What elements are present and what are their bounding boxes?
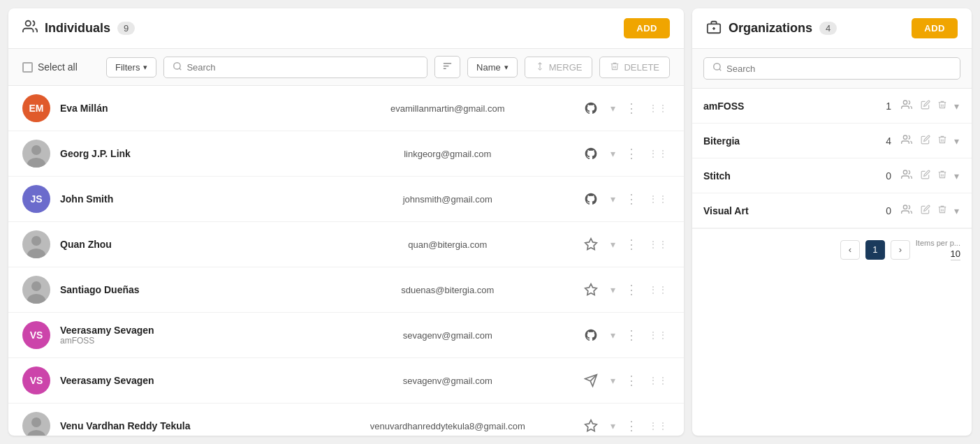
org-delete-button[interactable]	[936, 133, 949, 148]
individual-info: Santiago Dueñas	[60, 284, 312, 295]
drag-handle-button[interactable]: ⋮⋮	[646, 327, 670, 343]
organizations-panel: Organizations 4 ADD amFOSS 1	[692, 8, 972, 436]
individuals-title: Individuals	[45, 21, 110, 36]
prev-page-button[interactable]: ‹	[840, 240, 860, 260]
org-members-icon	[901, 99, 912, 113]
drag-handle-button[interactable]: ⋮⋮	[646, 191, 670, 207]
svg-point-8	[31, 236, 41, 246]
row-actions: ▾ ⋮ ⋮⋮	[608, 189, 670, 209]
expand-button[interactable]: ▾	[608, 327, 617, 343]
individual-info: Venu Vardhan Reddy Tekula	[60, 420, 312, 431]
individuals-header: Individuals 9 ADD	[8, 8, 684, 49]
page-1-button[interactable]: 1	[865, 240, 885, 260]
merge-button[interactable]: MERGE	[525, 57, 593, 78]
org-edit-button[interactable]	[919, 203, 932, 218]
select-all-label: Select all	[38, 61, 78, 73]
individual-name: Quan Zhou	[60, 239, 312, 250]
avatar: JS	[22, 185, 50, 213]
org-expand-button[interactable]: ▾	[953, 99, 960, 113]
more-options-button[interactable]: ⋮	[623, 144, 641, 163]
organizations-count: 4	[819, 22, 837, 35]
individual-info: Veerasamy Sevagen	[60, 375, 312, 386]
expand-button[interactable]: ▾	[608, 373, 617, 388]
name-sort-select[interactable]: Name ▾	[467, 57, 518, 77]
org-actions: ▾	[919, 98, 960, 113]
org-count: 0	[886, 205, 891, 216]
org-search-input[interactable]	[726, 64, 951, 74]
expand-button[interactable]: ▾	[608, 146, 617, 161]
org-edit-button[interactable]	[919, 133, 932, 148]
individual-row: Venu Vardhan Reddy Tekula venuvardhanred…	[8, 404, 684, 436]
org-expand-button[interactable]: ▾	[953, 204, 960, 218]
org-list: amFOSS 1 ▾ Bitergia 4	[692, 89, 972, 228]
org-edit-button[interactable]	[919, 168, 932, 183]
org-expand-button[interactable]: ▾	[953, 169, 960, 183]
individuals-panel: Individuals 9 ADD Select all Filters ▾	[8, 8, 684, 436]
merge-icon	[535, 61, 545, 73]
org-edit-button[interactable]	[919, 98, 932, 113]
organizations-add-button[interactable]: ADD	[912, 18, 958, 38]
individuals-add-button[interactable]: ADD	[624, 18, 670, 38]
individual-email: venuvardhanreddytekula8@gmail.com	[322, 421, 574, 431]
avatar: EM	[22, 94, 50, 122]
svg-marker-13	[585, 284, 597, 295]
source-icon	[583, 418, 599, 434]
individual-row: Georg J.P. Link linkgeorg@gmail.com ▾ ⋮ …	[8, 131, 684, 177]
expand-button[interactable]: ▾	[608, 418, 617, 434]
drag-handle-button[interactable]: ⋮⋮	[646, 418, 670, 434]
org-delete-button[interactable]	[936, 203, 949, 218]
filters-button[interactable]: Filters ▾	[106, 57, 156, 77]
delete-button[interactable]: DELETE	[599, 57, 670, 78]
org-delete-button[interactable]	[936, 168, 949, 183]
more-options-button[interactable]: ⋮	[623, 98, 641, 118]
org-actions: ▾	[919, 133, 960, 148]
drag-handle-button[interactable]: ⋮⋮	[646, 237, 670, 252]
more-options-button[interactable]: ⋮	[623, 280, 641, 299]
individuals-list: EM Eva Millán evamillanmartin@gmail.com …	[8, 86, 684, 436]
svg-point-7	[27, 158, 45, 168]
org-name: Stitch	[703, 170, 879, 182]
source-icon	[583, 191, 599, 207]
individuals-count: 9	[117, 22, 135, 35]
drag-handle-button[interactable]: ⋮⋮	[646, 373, 670, 388]
individual-info: Quan Zhou	[60, 239, 312, 250]
org-search-bar	[692, 49, 972, 89]
sort-button[interactable]	[434, 56, 460, 78]
org-search-icon	[712, 62, 722, 75]
org-members-icon	[901, 134, 912, 148]
more-options-button[interactable]: ⋮	[623, 371, 641, 390]
individuals-search-input[interactable]	[187, 62, 418, 73]
svg-marker-16	[585, 420, 597, 431]
org-name: amFOSS	[703, 101, 879, 112]
individuals-toolbar: Select all Filters ▾ Name ▾	[8, 49, 684, 86]
more-options-button[interactable]: ⋮	[623, 325, 641, 345]
org-actions: ▾	[919, 203, 960, 218]
expand-button[interactable]: ▾	[608, 101, 617, 116]
drag-handle-button[interactable]: ⋮⋮	[646, 282, 670, 297]
expand-button[interactable]: ▾	[608, 237, 617, 252]
more-options-button[interactable]: ⋮	[623, 235, 641, 254]
drag-handle-button[interactable]: ⋮⋮	[646, 101, 670, 116]
select-all-checkbox[interactable]	[22, 62, 33, 73]
org-delete-button[interactable]	[936, 98, 949, 113]
merge-label: MERGE	[549, 62, 583, 73]
individual-name: Eva Millán	[60, 103, 312, 114]
individual-row: JS John Smith johnsmith@gmail.com ▾ ⋮ ⋮⋮	[8, 177, 684, 222]
svg-point-23	[903, 101, 907, 104]
expand-button[interactable]: ▾	[608, 191, 617, 207]
next-page-button[interactable]: ›	[891, 240, 910, 260]
individual-row: Quan Zhou quan@bitergia.com ▾ ⋮ ⋮⋮	[8, 222, 684, 267]
individual-row: EM Eva Millán evamillanmartin@gmail.com …	[8, 86, 684, 131]
drag-handle-button[interactable]: ⋮⋮	[646, 146, 670, 161]
avatar	[22, 230, 50, 258]
row-actions: ▾ ⋮ ⋮⋮	[608, 144, 670, 163]
expand-button[interactable]: ▾	[608, 282, 617, 297]
svg-point-25	[903, 170, 907, 174]
org-expand-button[interactable]: ▾	[953, 134, 960, 148]
svg-point-14	[31, 417, 41, 427]
more-options-button[interactable]: ⋮	[623, 416, 641, 436]
individual-email: johnsmith@gmail.com	[322, 194, 574, 205]
svg-point-26	[903, 205, 907, 209]
more-options-button[interactable]: ⋮	[623, 189, 641, 209]
organizations-header: Organizations 4 ADD	[692, 8, 972, 49]
